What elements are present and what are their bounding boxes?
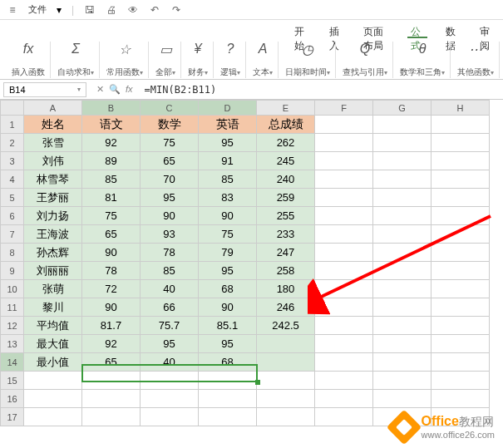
cell[interactable]: 90 [82, 244, 141, 262]
row-hdr[interactable]: 9 [1, 262, 24, 280]
cell[interactable]: 75.7 [141, 317, 199, 335]
cell[interactable] [82, 372, 141, 390]
cell[interactable] [315, 317, 373, 335]
col-hdr[interactable]: E [257, 101, 315, 116]
cell[interactable]: 91 [199, 152, 257, 170]
save-icon[interactable]: 🖫 [84, 4, 96, 16]
cell[interactable] [431, 372, 490, 390]
cell[interactable]: 68 [199, 353, 257, 372]
row-hdr[interactable]: 13 [1, 335, 24, 353]
cell[interactable]: 70 [141, 170, 199, 189]
cell[interactable] [315, 390, 373, 408]
cell[interactable]: 65 [141, 152, 199, 170]
ribbon-math[interactable]: θ数学和三角▾ [395, 42, 451, 78]
cell[interactable] [373, 353, 431, 372]
cell[interactable] [431, 298, 490, 317]
cell[interactable]: 81 [82, 189, 141, 207]
undo-icon[interactable]: ↶ [149, 4, 160, 16]
cell[interactable] [315, 280, 373, 298]
ribbon-lookup[interactable]: Q查找与引用▾ [338, 42, 393, 78]
cell[interactable] [373, 298, 431, 317]
menu-file[interactable]: 文件 [28, 3, 47, 16]
cell[interactable] [315, 207, 373, 225]
col-hdr[interactable]: F [315, 101, 373, 116]
cell[interactable] [257, 353, 315, 372]
cell[interactable]: 85 [82, 170, 141, 189]
spreadsheet[interactable]: A B C D E F G H 1 姓名 语文 数学 英语 总成绩 2张雪927… [0, 100, 490, 426]
row-hdr[interactable]: 14 [1, 353, 24, 372]
cell[interactable] [199, 408, 257, 426]
cell[interactable]: 90 [141, 207, 199, 225]
cell[interactable]: 总成绩 [257, 116, 315, 134]
cell[interactable]: 245 [257, 152, 315, 170]
cell[interactable] [373, 152, 431, 170]
cell[interactable]: 68 [199, 280, 257, 298]
cell[interactable]: 92 [82, 134, 141, 152]
cell[interactable] [373, 207, 431, 225]
cell[interactable] [315, 170, 373, 189]
row-hdr[interactable]: 12 [1, 317, 24, 335]
cell[interactable] [373, 134, 431, 152]
cell[interactable] [431, 335, 490, 353]
row-hdr[interactable]: 15 [1, 372, 24, 390]
ribbon-datetime[interactable]: ◷日期和时间▾ [280, 42, 336, 78]
cell[interactable]: 黎川 [24, 298, 82, 317]
cell[interactable] [24, 372, 82, 390]
cell[interactable]: 王海波 [24, 225, 82, 244]
cell[interactable]: 85 [141, 262, 199, 280]
cell[interactable] [373, 116, 431, 134]
cell[interactable]: 65 [82, 353, 141, 372]
row-hdr[interactable]: 16 [1, 390, 24, 408]
cell[interactable] [24, 408, 82, 426]
cell[interactable]: 66 [141, 298, 199, 317]
cell[interactable]: 85 [199, 170, 257, 189]
cell[interactable] [373, 317, 431, 335]
cell[interactable]: 255 [257, 207, 315, 225]
tab-start[interactable]: 开始 [291, 23, 311, 38]
cell[interactable]: 刘力扬 [24, 207, 82, 225]
ribbon-insert-fn[interactable]: fx插入函数 [7, 42, 51, 78]
cell[interactable] [315, 152, 373, 170]
cell[interactable]: 语文 [82, 116, 141, 134]
cell[interactable]: 83 [199, 189, 257, 207]
col-hdr[interactable]: C [141, 101, 199, 116]
cell[interactable] [141, 408, 199, 426]
cell[interactable]: 92 [82, 335, 141, 353]
row-hdr[interactable]: 6 [1, 207, 24, 225]
cell[interactable] [431, 225, 490, 244]
cell[interactable]: 40 [141, 353, 199, 372]
cell[interactable]: 王梦丽 [24, 189, 82, 207]
cell[interactable]: 林雪琴 [24, 170, 82, 189]
col-hdr[interactable]: A [24, 101, 82, 116]
cell[interactable] [315, 134, 373, 152]
name-box[interactable]: B14▾ [3, 82, 86, 97]
cell[interactable]: 90 [199, 298, 257, 317]
find-icon[interactable]: 🔍 [109, 84, 121, 95]
cell[interactable]: 95 [199, 335, 257, 353]
cell[interactable] [373, 225, 431, 244]
cell[interactable]: 242.5 [257, 317, 315, 335]
redo-icon[interactable]: ↷ [170, 4, 182, 16]
cell[interactable]: 78 [141, 244, 199, 262]
tab-layout[interactable]: 页面布局 [360, 23, 392, 38]
col-hdr[interactable]: B [82, 101, 141, 116]
cell[interactable]: 247 [257, 244, 315, 262]
cell[interactable] [431, 170, 490, 189]
tab-review[interactable]: 审阅 [476, 23, 496, 38]
cell[interactable]: 85.1 [199, 317, 257, 335]
tab-formula[interactable]: 公式 [407, 23, 427, 38]
cell[interactable]: 233 [257, 225, 315, 244]
tab-insert[interactable]: 插入 [326, 23, 346, 38]
cell[interactable]: 95 [199, 134, 257, 152]
cell[interactable] [431, 207, 490, 225]
cell[interactable]: 75 [141, 134, 199, 152]
ribbon-logic[interactable]: ?逻辑▾ [215, 42, 246, 78]
cell[interactable]: 65 [82, 225, 141, 244]
row-hdr[interactable]: 2 [1, 134, 24, 152]
fx-icon[interactable]: fx [126, 84, 133, 95]
cell[interactable]: 72 [82, 280, 141, 298]
cell[interactable] [373, 335, 431, 353]
cell[interactable] [431, 280, 490, 298]
cell[interactable] [431, 353, 490, 372]
cell[interactable]: 95 [141, 335, 199, 353]
